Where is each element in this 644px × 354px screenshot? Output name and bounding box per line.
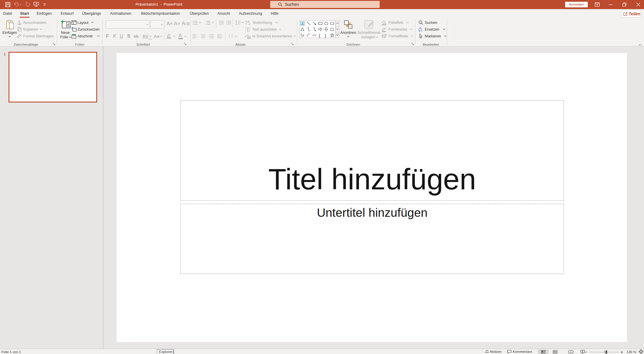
svg-text:A: A — [301, 22, 303, 25]
svg-text:2: 2 — [205, 23, 207, 25]
svg-text:1: 1 — [205, 21, 207, 22]
svg-text:A: A — [248, 20, 250, 24]
svg-text:c: c — [421, 29, 422, 32]
